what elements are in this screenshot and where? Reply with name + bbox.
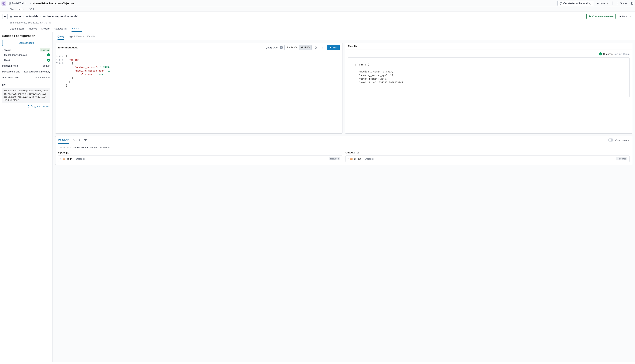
nav-actions-dropdown[interactable]: Actions [618,14,633,19]
results-panel: Results Success (ran in 116ms) { "df_out… [345,43,632,134]
svg-text:?: ? [560,2,562,4]
check-icon [47,53,50,56]
sidebar: Sandbox configuration Stop sandbox ▾ Sta… [0,32,52,362]
output-box[interactable]: { "df_out": [ { "median_income": 3.0313,… [348,57,630,97]
inputs-column: Inputs (1) ▾ df_in • Dataset Required [58,151,342,162]
svg-point-12 [31,8,32,9]
branch-indicator[interactable]: 1 [29,8,34,10]
code-body[interactable]: { "df_in": [ { "median_income": 3.0313, … [66,54,342,132]
document-icon [8,2,11,5]
resize-handle[interactable] [340,89,342,97]
query-tab-query[interactable]: Query [58,34,64,40]
undo-icon [321,46,324,49]
svg-rect-15 [28,106,29,107]
svg-rect-16 [28,105,29,106]
create-release-button[interactable]: Create new release [586,14,616,19]
get-started-button[interactable]: ? Get started with modeling [558,1,593,6]
delete-button[interactable] [313,45,318,50]
svg-rect-9 [632,2,633,4]
app-logo[interactable] [2,1,6,6]
query-type-toggle: Single I/O Multi I/O [284,45,312,50]
picture-icon [2,2,5,5]
replica-profile-row: Replica profile default [2,63,50,69]
panel-toggle-icon[interactable] [630,2,634,5]
reset-button[interactable] [320,45,325,50]
share-button[interactable]: Share [614,1,628,6]
multi-io-option[interactable]: Multi I/O [299,45,312,50]
query-tabs: Query Logs & Metrics Details [52,32,635,40]
model-deps-row: Model dependencies [2,52,50,58]
content: Query Logs & Metrics Details Enter input… [52,32,635,362]
input-panel-title: Enter input data [58,46,78,49]
inputs-title: Inputs (1) [58,151,342,154]
folder-icon [26,15,28,18]
table-icon [350,158,353,160]
table-icon [63,158,65,160]
nav-breadcrumbs: Home › Models › linear_regression_model … [0,12,635,21]
back-button[interactable] [2,14,8,19]
status-toggle[interactable]: ▾ Status Running [2,48,50,52]
file-menu[interactable]: File [10,8,16,10]
tab-checks[interactable]: Checks [41,26,50,32]
topbar: Model Traini… › House Price Prediction O… [0,0,635,7]
query-type-label: Query type: [266,46,278,49]
svg-point-11 [30,10,30,10]
query-tab-details[interactable]: Details [87,34,95,40]
play-icon [330,46,331,48]
copy-curl-button[interactable]: Copy curl request [2,105,50,108]
branch-icon [29,8,32,10]
resource-profile-row: Resource profile low-cpu-lowest-memory [2,69,50,74]
tag-icon [588,15,591,18]
svg-point-7 [618,3,618,4]
chevron-down-icon: ▾ [2,49,3,51]
input-box: ▾ df_in • Dataset Required [58,156,342,162]
query-tab-logs[interactable]: Logs & Metrics [68,34,84,40]
chevron-down-icon[interactable]: ▾ [60,158,61,160]
url-value[interactable]: /foundry-ml-live/api/inference/transform… [2,88,50,103]
breadcrumb-parent[interactable]: Model Traini… [12,2,28,5]
view-as-code-toggle[interactable] [608,138,614,142]
svg-rect-0 [3,2,5,4]
help-menu[interactable]: Help [18,8,24,10]
results-panel-title: Results [348,45,357,48]
tab-sandbox[interactable]: Sandbox [72,26,82,32]
tab-reviews[interactable]: Reviews 0 [54,26,67,32]
run-button[interactable]: Run [327,45,340,50]
api-tab-model[interactable]: Model API [58,136,69,144]
auto-shutdown-row: Auto shutdown in 58 minutes [2,74,50,80]
url-label: URL [2,84,50,87]
svg-point-10 [30,8,30,9]
reviews-count-badge: 0 [64,28,67,30]
tab-model-details[interactable]: Model details [10,26,24,32]
input-panel: Enter input data Query type: ? Single I/… [55,43,342,134]
single-io-option[interactable]: Single I/O [284,45,299,50]
tab-metrics[interactable]: Metrics [29,26,37,32]
page-title: House Price Prediction Objective [32,2,74,5]
model-tabs: Model details Metrics Checks Reviews 0 S… [0,26,635,32]
required-badge: Required [616,157,628,160]
clipboard-icon [27,105,30,108]
line-gutter: 1 2 3 4 5 6 7 8 9 [56,54,66,132]
help-icon[interactable]: ? [280,46,283,49]
code-editor[interactable]: 1 2 3 4 5 6 7 8 9 { "df_in": [ { "median… [56,52,342,134]
models-link[interactable]: Models [29,15,38,18]
folder-icon [43,15,46,18]
actions-dropdown[interactable]: Actions [595,1,610,6]
stop-sandbox-button[interactable]: Stop sandbox [2,40,50,46]
trash-icon [314,46,317,49]
api-section: Model API Objective API View as code Thi… [55,136,632,165]
required-badge: Required [329,157,340,160]
svg-point-6 [617,3,618,4]
output-box: ▾ df_out • Dataset Required [346,156,630,162]
health-row: Health [2,58,50,63]
api-tab-objective[interactable]: Objective API [73,137,88,144]
chevron-down-icon[interactable]: ▾ [348,158,348,160]
check-icon [599,52,602,56]
chevron-right-icon: › [30,2,31,5]
outputs-column: Outputs (1) ▾ df_out • Dataset Required [346,151,630,162]
view-as-code: View as code [608,138,630,142]
home-link[interactable]: Home [14,15,21,18]
help-icon: ? [560,2,562,5]
star-icon[interactable]: ☆ [76,2,79,5]
menubar: File Help 1 [0,7,635,12]
